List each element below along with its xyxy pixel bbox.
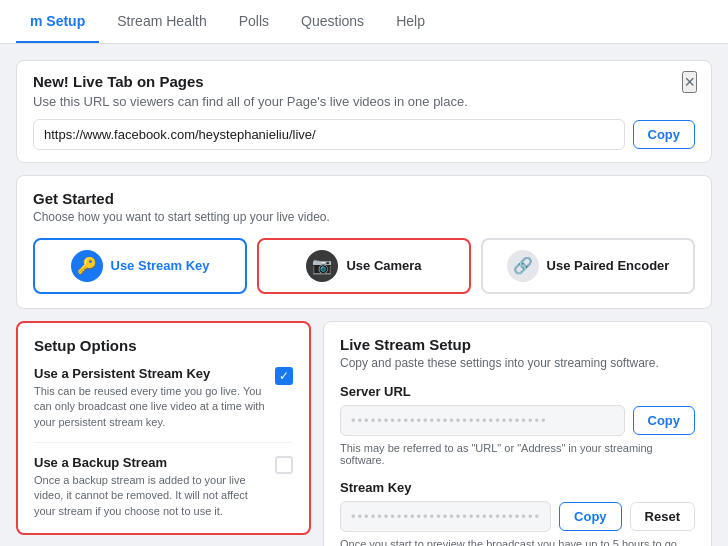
server-url-label: Server URL xyxy=(340,384,695,399)
tab-stream-setup[interactable]: m Setup xyxy=(16,1,99,43)
encoder-icon: 🔗 xyxy=(507,250,539,282)
get-started-title: Get Started xyxy=(33,190,695,207)
server-url-row: Copy xyxy=(340,405,695,436)
get-started-card: Get Started Choose how you want to start… xyxy=(16,175,712,309)
persistent-stream-key-option: Use a Persistent Stream Key This can be … xyxy=(34,366,293,443)
stream-key-icon: 🔑 xyxy=(71,250,103,282)
col-right: Live Stream Setup Copy and paste these s… xyxy=(323,321,712,546)
tab-help[interactable]: Help xyxy=(382,1,439,43)
live-stream-card: Live Stream Setup Copy and paste these s… xyxy=(323,321,712,546)
live-stream-desc: Copy and paste these settings into your … xyxy=(340,356,695,370)
main-content: New! Live Tab on Pages Use this URL so v… xyxy=(0,44,728,546)
use-paired-encoder-button[interactable]: 🔗 Use Paired Encoder xyxy=(481,238,695,294)
banner-desc: Use this URL so viewers can find all of … xyxy=(33,94,695,109)
tab-questions[interactable]: Questions xyxy=(287,1,378,43)
persistent-key-title: Use a Persistent Stream Key xyxy=(34,366,265,381)
tab-polls[interactable]: Polls xyxy=(225,1,283,43)
stream-key-label: Use Stream Key xyxy=(111,258,210,273)
banner-close-button[interactable]: × xyxy=(682,71,697,93)
setup-options-card: Setup Options Use a Persistent Stream Ke… xyxy=(16,321,311,535)
get-started-desc: Choose how you want to start setting up … xyxy=(33,209,695,226)
camera-label: Use Camera xyxy=(346,258,421,273)
check-icon: ✓ xyxy=(279,369,289,383)
stream-key-reset-button[interactable]: Reset xyxy=(630,502,695,531)
stream-key-hint: Once you start to preview the broadcast … xyxy=(340,538,695,546)
stream-key-field-label: Stream Key xyxy=(340,480,695,495)
method-buttons: 🔑 Use Stream Key 📷 Use Camera 🔗 Use Pair… xyxy=(33,238,695,294)
two-col-section: Setup Options Use a Persistent Stream Ke… xyxy=(16,321,712,546)
banner-copy-button[interactable]: Copy xyxy=(633,120,696,149)
server-url-copy-button[interactable]: Copy xyxy=(633,406,696,435)
tab-stream-health[interactable]: Stream Health xyxy=(103,1,220,43)
banner-title: New! Live Tab on Pages xyxy=(33,73,695,90)
encoder-label: Use Paired Encoder xyxy=(547,258,670,273)
use-stream-key-button[interactable]: 🔑 Use Stream Key xyxy=(33,238,247,294)
stream-key-copy-button[interactable]: Copy xyxy=(559,502,622,531)
server-url-hint: This may be referred to as "URL" or "Add… xyxy=(340,442,695,466)
persistent-key-desc: This can be reused every time you go liv… xyxy=(34,384,265,430)
page-url-input[interactable] xyxy=(33,119,625,150)
live-stream-title: Live Stream Setup xyxy=(340,336,695,353)
stream-key-row: Copy Reset xyxy=(340,501,695,532)
persistent-key-checkbox[interactable]: ✓ xyxy=(275,367,293,385)
backup-stream-desc: Once a backup stream is added to your li… xyxy=(34,473,265,519)
top-nav: m Setup Stream Health Polls Questions He… xyxy=(0,0,728,44)
live-tab-banner: New! Live Tab on Pages Use this URL so v… xyxy=(16,60,712,163)
backup-stream-option: Use a Backup Stream Once a backup stream… xyxy=(34,455,293,519)
camera-icon: 📷 xyxy=(306,250,338,282)
col-left: Setup Options Use a Persistent Stream Ke… xyxy=(16,321,311,535)
server-url-input[interactable] xyxy=(340,405,625,436)
backup-stream-checkbox[interactable] xyxy=(275,456,293,474)
stream-key-input[interactable] xyxy=(340,501,551,532)
banner-url-row: Copy xyxy=(33,119,695,150)
backup-stream-title: Use a Backup Stream xyxy=(34,455,265,470)
setup-options-title: Setup Options xyxy=(34,337,293,354)
use-camera-button[interactable]: 📷 Use Camera xyxy=(257,238,471,294)
